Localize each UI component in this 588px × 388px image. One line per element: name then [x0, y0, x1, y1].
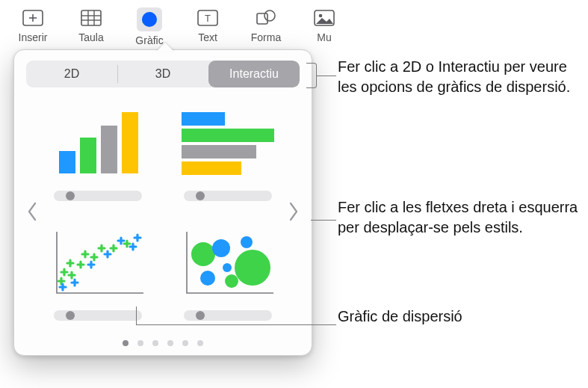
toolbar-item-media[interactable]: Mu	[302, 7, 347, 43]
toolbar-label: Text	[198, 31, 217, 43]
segment-2d[interactable]: 2D	[26, 61, 117, 87]
media-icon	[312, 7, 337, 28]
svg-point-14	[319, 14, 323, 18]
svg-rect-22	[182, 161, 241, 175]
segment-interactive[interactable]: Interactiu	[208, 61, 300, 87]
callout-line	[311, 220, 336, 221]
style-slider[interactable]	[54, 310, 142, 321]
segment-3d[interactable]: 3D	[117, 61, 208, 87]
page-dot[interactable]	[152, 340, 158, 346]
chevron-left-icon	[26, 201, 38, 227]
toolbar-label: Taula	[78, 31, 103, 43]
callout-line	[136, 307, 137, 324]
page-dots	[26, 340, 300, 346]
page-dot[interactable]	[137, 340, 143, 346]
prev-style-arrow[interactable]	[22, 196, 43, 232]
toolbar-item-text[interactable]: T Text	[185, 7, 230, 43]
svg-rect-21	[182, 145, 256, 158]
style-slider[interactable]	[184, 310, 272, 321]
svg-point-58	[235, 250, 270, 286]
table-icon	[78, 7, 104, 28]
callout-bracket	[306, 63, 317, 88]
toolbar-label: Forma	[251, 31, 281, 43]
scatter-chart-thumb[interactable]	[42, 222, 154, 327]
callout-arrows-hint: Fer clic a les fletxes dreta i esquerra …	[338, 197, 584, 238]
toolbar-label: Inserir	[19, 31, 48, 43]
scatter-chart-icon	[46, 222, 150, 304]
chart-style-grid	[26, 98, 300, 327]
bar-chart-icon	[46, 102, 150, 185]
hbar-chart-thumb[interactable]	[172, 102, 284, 207]
hbar-chart-icon	[176, 102, 280, 185]
style-slider[interactable]	[54, 191, 142, 201]
svg-point-62	[200, 271, 215, 286]
svg-text:T: T	[205, 13, 211, 24]
bar-chart-thumb[interactable]	[42, 102, 154, 207]
text-icon: T	[195, 7, 220, 28]
chevron-right-icon	[288, 201, 300, 227]
chart-mode-segment: 2D 3D Interactiu	[26, 61, 300, 87]
callout-segment-hint: Fer clic a 2D o Interactiu per veure les…	[338, 57, 577, 97]
page-dot[interactable]	[197, 340, 203, 346]
svg-rect-20	[182, 129, 274, 142]
toolbar-item-table[interactable]: Taula	[69, 7, 114, 43]
toolbar-label: Mu	[317, 31, 331, 43]
svg-rect-16	[80, 138, 96, 173]
callout-line	[317, 76, 336, 76]
insert-icon	[20, 7, 46, 28]
shape-icon	[253, 7, 279, 28]
page-dot[interactable]	[123, 340, 129, 346]
svg-rect-19	[182, 112, 225, 126]
svg-rect-15	[59, 151, 75, 173]
svg-rect-17	[101, 126, 117, 173]
svg-point-12	[264, 10, 275, 21]
callout-scatter-label: Gràfic de dispersió	[338, 307, 562, 327]
svg-point-57	[191, 242, 215, 266]
next-style-arrow[interactable]	[283, 196, 304, 232]
svg-point-61	[241, 236, 253, 248]
chart-popover: 2D 3D Interactiu	[13, 49, 312, 356]
svg-rect-3	[81, 10, 101, 25]
bubble-chart-icon	[176, 222, 280, 304]
toolbar-item-shape[interactable]: Forma	[244, 7, 288, 43]
svg-point-59	[225, 274, 238, 288]
style-slider[interactable]	[184, 191, 272, 201]
page-dot[interactable]	[167, 340, 173, 346]
bubble-chart-thumb[interactable]	[172, 222, 284, 327]
toolbar-item-chart[interactable]: Gràfic	[127, 7, 172, 46]
svg-point-60	[212, 239, 230, 257]
callout-line	[136, 324, 336, 325]
svg-rect-18	[122, 112, 138, 173]
chart-icon	[137, 7, 162, 31]
toolbar-item-insert[interactable]: Inserir	[10, 7, 55, 43]
svg-point-63	[223, 263, 232, 272]
page-dot[interactable]	[182, 340, 188, 346]
chart-style-area	[26, 98, 300, 330]
toolbar: Inserir Taula Gràfic T	[0, 0, 588, 49]
